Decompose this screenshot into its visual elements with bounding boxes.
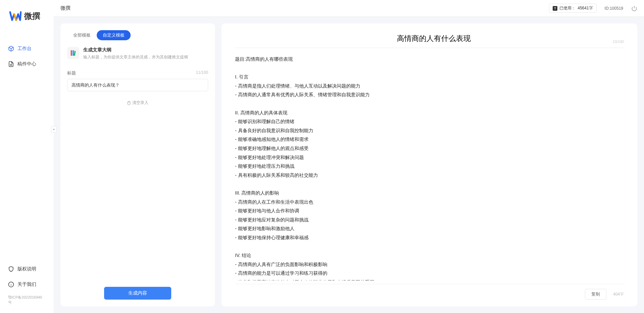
template-icon xyxy=(67,47,79,59)
page-title: 微撰 xyxy=(60,5,71,11)
sidebar: 微撰 工作台 稿件中心 版权说明 xyxy=(0,0,54,313)
usage-badge[interactable]: T 已使用： 45641字 xyxy=(549,4,596,13)
nav-menu: 工作台 稿件中心 xyxy=(0,42,54,263)
user-id: ID:100519 xyxy=(605,6,623,11)
word-count: 404字 xyxy=(613,292,624,297)
nav-item-label: 关于我们 xyxy=(17,281,36,288)
usage-label: 已使用： xyxy=(559,5,576,11)
nav-copyright[interactable]: 版权说明 xyxy=(0,263,54,275)
cube-icon xyxy=(8,46,14,52)
svg-rect-7 xyxy=(71,50,72,56)
template-info: 生成文章大纲 输入标题，为你提供文章主体的灵感，并为其创建推文提纲 xyxy=(83,47,188,60)
template-title: 生成文章大纲 xyxy=(83,47,188,53)
topbar: 微撰 T 已使用： 45641字 ID:100519 xyxy=(54,0,644,17)
nav-item-label: 工作台 xyxy=(17,46,32,52)
svg-rect-9 xyxy=(74,51,76,56)
tab-all-templates[interactable]: 全部模板 xyxy=(67,30,97,40)
shield-icon xyxy=(8,266,14,272)
content: 全部模板 自定义模板 生成文章大纲 输入标题，为你提供文章主体的灵感，并为其创建… xyxy=(54,17,644,313)
sidebar-collapse-button[interactable] xyxy=(51,126,56,133)
logo-icon xyxy=(9,10,21,22)
books-icon xyxy=(70,49,77,57)
nav-about[interactable]: 关于我们 xyxy=(0,278,54,291)
nav-item-label: 稿件中心 xyxy=(17,61,36,67)
trash-icon xyxy=(127,101,131,105)
info-icon xyxy=(8,281,14,288)
power-icon[interactable] xyxy=(631,5,637,11)
tab-custom-templates[interactable]: 自定义模板 xyxy=(97,30,131,40)
main-area: 微撰 T 已使用： 45641字 ID:100519 全部模板 自定义模板 xyxy=(54,0,644,313)
clear-input-button[interactable]: 清空录入 xyxy=(125,98,150,108)
output-body[interactable]: 题目:高情商的人有哪些表现 I. 引言 - 高情商是指人们处理情绪、与他人互动以… xyxy=(235,55,624,280)
text-icon: T xyxy=(553,6,557,11)
logo: 微撰 xyxy=(0,10,54,22)
char-count: 11/100 xyxy=(196,70,208,76)
nav-item-label: 版权说明 xyxy=(17,266,36,272)
icp-link[interactable]: 鄂ICP备2022016946号 xyxy=(0,294,54,306)
tabs: 全部模板 自定义模板 xyxy=(60,30,215,40)
title-input[interactable] xyxy=(67,79,208,91)
left-panel: 全部模板 自定义模板 生成文章大纲 输入标题，为你提供文章主体的灵感，并为其创建… xyxy=(60,23,215,306)
svg-rect-8 xyxy=(73,50,74,56)
nav-documents[interactable]: 稿件中心 xyxy=(0,58,54,70)
right-panel: 高情商的人有什么表现 10/100 题目:高情商的人有哪些表现 I. 引言 - … xyxy=(222,23,637,306)
topbar-right: T 已使用： 45641字 ID:100519 xyxy=(549,4,637,13)
template-card: 生成文章大纲 输入标题，为你提供文章主体的灵感，并为其创建推文提纲 xyxy=(60,47,215,60)
chevron-left-icon xyxy=(52,128,55,131)
usage-value: 45641字 xyxy=(578,5,593,11)
nav-workspace[interactable]: 工作台 xyxy=(0,42,54,55)
form-label: 标题 xyxy=(67,70,76,76)
template-desc: 输入标题，为你提供文章主体的灵感，并为其创建推文提纲 xyxy=(83,54,188,60)
form-header: 标题 11/100 xyxy=(67,70,208,76)
output-footer: 复制 404字 xyxy=(235,284,624,300)
output-header: 高情商的人有什么表现 10/100 xyxy=(235,34,624,48)
output-title: 高情商的人有什么表现 xyxy=(255,34,612,44)
output-title-count: 10/100 xyxy=(612,40,624,44)
logo-text: 微撰 xyxy=(24,11,40,21)
copy-button[interactable]: 复制 xyxy=(585,289,606,300)
generate-button[interactable]: 生成内容 xyxy=(104,287,171,300)
sidebar-bottom: 版权说明 关于我们 鄂ICP备2022016946号 xyxy=(0,263,54,313)
document-icon xyxy=(8,61,14,67)
clear-label: 清空录入 xyxy=(132,100,148,106)
form-section: 标题 11/100 清空录入 生成内容 xyxy=(60,70,215,300)
